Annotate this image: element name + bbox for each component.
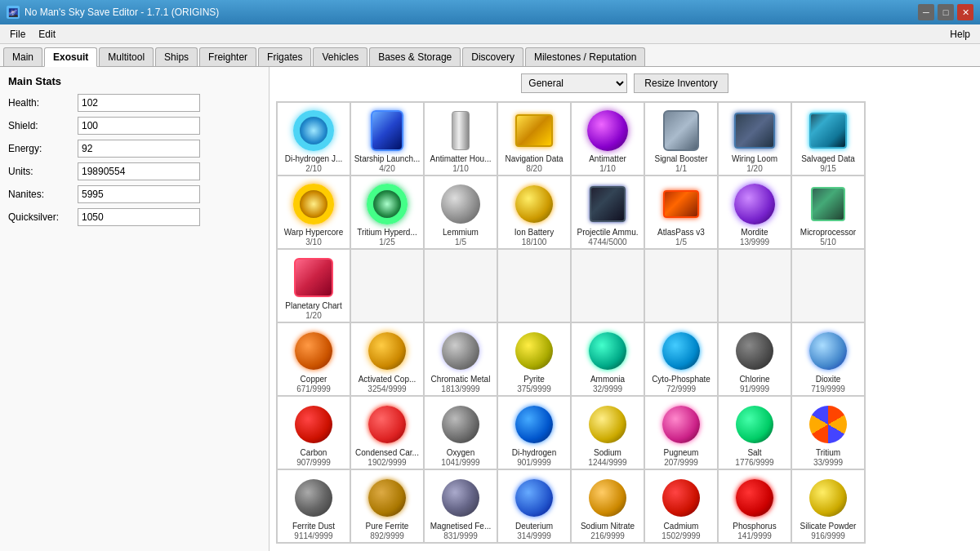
title-bar-controls[interactable]: ─ □ ✕ (918, 4, 973, 20)
item-name-copper: Copper (301, 375, 327, 384)
inv-cell-pyrite[interactable]: Pyrite 375/9999 (497, 322, 571, 396)
maximize-button[interactable]: □ (938, 4, 954, 20)
inv-cell-chlorine[interactable]: Chlorine 91/9999 (718, 322, 791, 396)
inv-cell-17[interactable] (350, 249, 424, 322)
item-count-4: 1/10 (599, 164, 615, 173)
inv-cell-copper[interactable]: Copper 671/9999 (277, 322, 350, 396)
tab-ships[interactable]: Ships (155, 47, 198, 66)
inv-cell-4[interactable]: Antimatter 1/10 (571, 102, 644, 176)
inv-cell-14[interactable]: Mordite 13/9999 (718, 176, 791, 249)
item-icon-projectile-ammo (586, 182, 630, 226)
inv-cell-phosphorus[interactable]: Phosphorus 141/9999 (718, 469, 791, 543)
item-count-cyto: 72/9999 (666, 384, 696, 393)
inv-cell-pugneum[interactable]: Pugneum 207/9999 (644, 396, 718, 469)
units-input[interactable] (78, 162, 200, 180)
resize-inventory-button[interactable]: Resize Inventory (634, 73, 728, 93)
inv-cell-11[interactable]: Ion Battery 18/100 (497, 176, 571, 249)
tab-main[interactable]: Main (3, 47, 42, 66)
inv-cell-ferrite-dust[interactable]: Ferrite Dust 9114/9999 (277, 469, 350, 543)
inv-cell-9[interactable]: Tritium Hyperd... 1/25 (350, 176, 424, 249)
inv-cell-activated-cop[interactable]: Activated Cop... 3254/9999 (350, 322, 424, 396)
inv-cell-20[interactable] (571, 249, 644, 322)
inv-cell-oxygen[interactable]: Oxygen 1041/9999 (424, 396, 497, 469)
close-button[interactable]: ✕ (957, 4, 973, 20)
tab-bases[interactable]: Bases & Storage (369, 47, 461, 66)
item-count-tritium: 33/9999 (813, 458, 843, 467)
item-count-13: 1/5 (675, 238, 687, 247)
item-icon-ferrite-dust (292, 476, 336, 520)
inv-cell-cadmium[interactable]: Cadmium 1502/9999 (644, 469, 718, 543)
minimize-button[interactable]: ─ (918, 4, 934, 20)
item-icon-starship-launch (365, 109, 409, 153)
item-name-11: Ion Battery (514, 228, 554, 238)
item-icon-chlorine (733, 329, 777, 373)
menu-help[interactable]: Help (943, 27, 977, 42)
stat-row-energy: Energy: (8, 140, 261, 158)
inv-cell-23[interactable] (791, 249, 865, 322)
item-icon-antimatter-housing (439, 109, 483, 153)
inv-cell-sodium-nitrate[interactable]: Sodium Nitrate 216/9999 (571, 469, 644, 543)
nanites-input[interactable] (78, 185, 200, 203)
inv-cell-sodium[interactable]: Sodium 1244/9999 (571, 396, 644, 469)
item-name-sodium-nitrate: Sodium Nitrate (581, 522, 635, 531)
menu-bar: File Edit Help (0, 24, 980, 44)
inv-cell-chromatic[interactable]: Chromatic Metal 1813/9999 (424, 322, 497, 396)
tab-vehicles[interactable]: Vehicles (313, 47, 368, 66)
inv-cell-16[interactable]: Planetary Chart 1/20 (277, 249, 350, 322)
menu-edit[interactable]: Edit (32, 27, 62, 42)
inventory-row-4: Copper 671/9999 Activated Cop... 3254/99… (277, 322, 865, 396)
item-name-6: Wiring Loom (732, 154, 777, 164)
inv-cell-tritium[interactable]: Tritium 33/9999 (791, 396, 865, 469)
item-count-chlorine: 91/9999 (740, 384, 769, 393)
inv-cell-carbon[interactable]: Carbon 907/9999 (277, 396, 350, 469)
inv-cell-8[interactable]: Warp Hypercore 3/10 (277, 176, 350, 249)
inv-cell-salt[interactable]: Salt 1776/9999 (718, 396, 791, 469)
item-name-pugneum: Pugneum (664, 448, 699, 458)
inv-cell-cyto[interactable]: Cyto-Phosphate 72/9999 (644, 322, 718, 396)
tab-freighter[interactable]: Freighter (199, 47, 256, 66)
inv-cell-condensed[interactable]: Condensed Car... 1902/9999 (350, 396, 424, 469)
inv-cell-2[interactable]: Antimatter Hou... 1/10 (424, 102, 497, 176)
inv-cell-dioxite[interactable]: Dioxite 719/9999 (791, 322, 865, 396)
inv-cell-pure-ferrite[interactable]: Pure Ferrite 892/9999 (350, 469, 424, 543)
inv-cell-ammonia[interactable]: Ammonia 32/9999 (571, 322, 644, 396)
inv-cell-6[interactable]: Wiring Loom 1/20 (718, 102, 791, 176)
item-icon-oxygen (439, 402, 483, 447)
energy-input[interactable] (78, 140, 200, 158)
shield-label: Shield: (8, 120, 78, 131)
inv-cell-13[interactable]: AtlasPass v3 1/5 (644, 176, 718, 249)
inv-cell-21[interactable] (644, 249, 718, 322)
item-icon-tritium (806, 402, 850, 447)
inv-cell-7[interactable]: Salvaged Data 9/15 (791, 102, 865, 176)
inv-cell-22[interactable] (718, 249, 791, 322)
inv-cell-dihydrogen[interactable]: Di-hydrogen 901/9999 (497, 396, 571, 469)
item-name-chromatic: Chromatic Metal (431, 375, 491, 384)
inv-cell-18[interactable] (424, 249, 497, 322)
inv-cell-10[interactable]: Lemmium 1/5 (424, 176, 497, 249)
quicksilver-input[interactable] (78, 208, 200, 226)
tab-milestones[interactable]: Milestones / Reputation (525, 47, 645, 66)
main-content: Main Stats Health: Shield: Energy: Units… (0, 67, 980, 551)
health-input[interactable] (78, 94, 200, 112)
tab-exosuit[interactable]: Exosuit (44, 47, 97, 67)
stat-row-quicksilver: Quicksilver: (8, 208, 261, 226)
inv-cell-deuterium[interactable]: Deuterium 314/9999 (497, 469, 571, 543)
item-count-phosphorus: 141/9999 (737, 531, 772, 540)
tab-frigates[interactable]: Frigates (258, 47, 311, 66)
inv-cell-silicate[interactable]: Silicate Powder 916/9999 (791, 469, 865, 543)
menu-file[interactable]: File (3, 27, 32, 42)
item-icon-dioxite (806, 329, 850, 373)
shield-input[interactable] (78, 117, 200, 135)
inv-cell-5[interactable]: Signal Booster 1/1 (644, 102, 718, 176)
tab-discovery[interactable]: Discovery (462, 47, 523, 66)
inv-cell-3[interactable]: Navigation Data 8/20 (497, 102, 571, 176)
inv-cell-1[interactable]: Starship Launch... 4/20 (350, 102, 424, 176)
inv-cell-0[interactable]: Di-hydrogen J... 2/10 (277, 102, 350, 176)
inv-cell-15[interactable]: Microprocessor 5/10 (791, 176, 865, 249)
left-panel: Main Stats Health: Shield: Energy: Units… (0, 67, 270, 551)
tab-multitool[interactable]: Multitool (99, 47, 154, 66)
inventory-type-select[interactable]: General Cargo Technology (521, 73, 627, 93)
inv-cell-19[interactable] (497, 249, 571, 322)
inv-cell-12[interactable]: Projectile Ammu. 4744/5000 (571, 176, 644, 249)
inv-cell-magnetised[interactable]: Magnetised Fe... 831/9999 (424, 469, 497, 543)
